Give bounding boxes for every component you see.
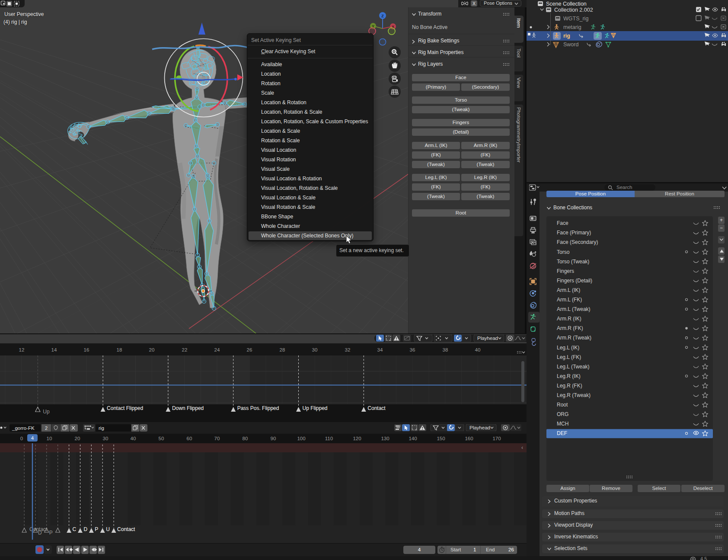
svg-text:90: 90	[271, 436, 276, 441]
svg-text:C: C	[73, 526, 77, 532]
svg-text:Scene Collection: Scene Collection	[546, 1, 587, 7]
svg-text:MCH: MCH	[557, 421, 568, 427]
svg-text:130: 130	[381, 436, 389, 441]
svg-text:Playhead: Playhead	[469, 425, 490, 430]
svg-text:Torso: Torso	[557, 249, 570, 255]
svg-text:140: 140	[409, 436, 417, 441]
svg-text:12: 12	[19, 347, 25, 352]
svg-text:16: 16	[84, 347, 89, 352]
svg-text:4: 4	[31, 435, 34, 441]
svg-text:24: 24	[214, 347, 220, 352]
svg-text:120: 120	[353, 436, 361, 441]
svg-text:40: 40	[475, 347, 481, 352]
svg-text:Contact: Contact	[367, 405, 386, 411]
svg-text:rig: rig	[99, 426, 104, 431]
svg-text:10: 10	[47, 436, 52, 441]
svg-text:26: 26	[247, 347, 252, 352]
svg-text:Leg.R (IK): Leg.R (IK)	[557, 373, 581, 379]
svg-text:28: 28	[280, 347, 285, 352]
svg-text:170: 170	[492, 436, 501, 441]
svg-text:Leg.L (Tweak): Leg.L (Tweak)	[557, 364, 590, 370]
svg-text:metarig: metarig	[563, 24, 581, 30]
svg-text:Contact Flipped: Contact Flipped	[107, 405, 143, 411]
svg-text:70: 70	[214, 436, 220, 441]
svg-text:Face (Primary): Face (Primary)	[557, 230, 591, 236]
svg-text:Face: Face	[557, 220, 568, 226]
svg-text:110: 110	[325, 436, 333, 441]
svg-text:Arm.R (FK): Arm.R (FK)	[557, 325, 583, 331]
svg-text:Arm.R (IK): Arm.R (IK)	[557, 316, 581, 322]
svg-text:20: 20	[149, 347, 155, 352]
svg-text:14: 14	[51, 347, 57, 352]
svg-text:18: 18	[117, 347, 122, 352]
svg-text:ORG: ORG	[557, 411, 568, 417]
svg-text:Leg.L (IK): Leg.L (IK)	[557, 345, 579, 351]
svg-text:Torso (Tweak): Torso (Tweak)	[557, 259, 589, 265]
svg-text:Root: Root	[557, 402, 568, 408]
svg-text:P: P	[49, 530, 53, 536]
svg-text:34: 34	[377, 347, 383, 352]
svg-text:Up Flipped: Up Flipped	[303, 405, 328, 411]
svg-text:Down Flipped: Down Flipped	[172, 405, 204, 411]
svg-text:Leg.R (Tweak): Leg.R (Tweak)	[557, 392, 591, 398]
svg-text:80: 80	[243, 436, 248, 441]
svg-text:Arm.L (Tweak): Arm.L (Tweak)	[557, 306, 591, 312]
svg-text:WGTS_rig: WGTS_rig	[563, 16, 588, 22]
svg-text:38: 38	[443, 347, 448, 352]
svg-text:Playhead: Playhead	[477, 336, 498, 341]
svg-text:30: 30	[312, 347, 318, 352]
svg-text:150: 150	[437, 436, 445, 441]
svg-text:P: P	[95, 526, 98, 532]
svg-text:32: 32	[345, 347, 351, 352]
svg-text:D: D	[84, 526, 88, 532]
svg-text:Arm.L (FK): Arm.L (FK)	[557, 297, 582, 303]
svg-text:Leg.L (FK): Leg.L (FK)	[557, 354, 581, 360]
svg-text:Arm.L (IK): Arm.L (IK)	[557, 287, 580, 293]
svg-text:22: 22	[182, 347, 188, 352]
svg-text:Up: Up	[43, 409, 50, 415]
svg-text:50: 50	[159, 436, 164, 441]
svg-text:Face (Secondary): Face (Secondary)	[557, 239, 598, 245]
svg-text:Leg.R (FK): Leg.R (FK)	[557, 383, 582, 389]
svg-text:U: U	[106, 526, 110, 532]
svg-text:160: 160	[465, 436, 473, 441]
svg-text:30: 30	[103, 436, 109, 441]
svg-text:Collection 2.002: Collection 2.002	[554, 7, 593, 13]
svg-text:Fingers: Fingers	[557, 268, 574, 274]
svg-text:36: 36	[410, 347, 415, 352]
svg-text:20: 20	[75, 436, 80, 441]
svg-text:Fingers (Detail): Fingers (Detail)	[557, 278, 592, 284]
svg-text:60: 60	[187, 436, 192, 441]
svg-text:rig: rig	[563, 33, 570, 39]
svg-text:Arm.R (Tweak): Arm.R (Tweak)	[557, 335, 591, 341]
svg-text:Z: Z	[381, 14, 384, 18]
svg-text:_gorro-FK: _gorro-FK	[12, 426, 35, 431]
svg-text:Contact: Contact	[117, 526, 135, 532]
svg-text:0: 0	[20, 436, 23, 441]
svg-text:DEF: DEF	[557, 430, 567, 436]
svg-text:40: 40	[131, 436, 136, 441]
svg-text:Pass Pos. Flipped: Pass Pos. Flipped	[237, 405, 279, 411]
svg-text:100: 100	[297, 436, 305, 441]
svg-text:Sword: Sword	[563, 42, 578, 48]
svg-text:2: 2	[45, 426, 48, 431]
svg-text:D: D	[38, 530, 42, 536]
